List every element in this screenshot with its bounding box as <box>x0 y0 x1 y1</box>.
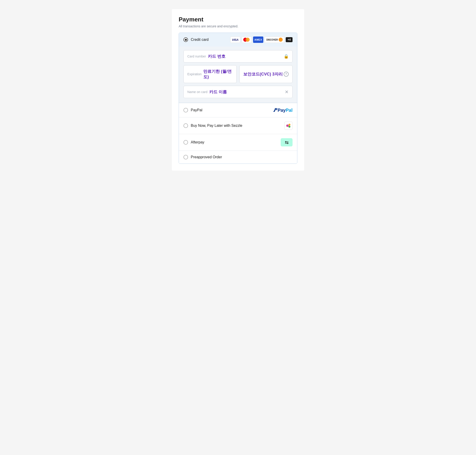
cvc-field[interactable]: 보안코드(CVC) 3자리 ? <box>239 65 293 83</box>
sezzle-logo <box>284 122 293 130</box>
afterpay-label: Afterpay <box>191 140 205 144</box>
expiration-value: 만료기한 (월/연도) <box>203 69 233 80</box>
name-value: 카드 이름 <box>209 89 227 95</box>
credit-card-section: Credit card VISA AMEX DISCOVER <box>179 33 297 103</box>
paypal-p-icon: 𝑷 <box>273 107 277 113</box>
sezzle-option-left: Buy Now, Pay Later with Sezzle <box>183 123 242 128</box>
discover-logo: DISCOVER <box>265 36 284 43</box>
paypal-option-left: PayPal <box>183 108 202 113</box>
sezzle-radio[interactable] <box>183 123 188 128</box>
expiration-label: Expiration <box>187 72 202 76</box>
svg-point-0 <box>286 124 289 127</box>
afterpay-logo: ⇄ <box>281 138 293 146</box>
paypal-logo: 𝑷 PayPal <box>273 107 293 113</box>
credit-card-radio[interactable] <box>183 37 188 42</box>
name-label: Name on card <box>187 90 207 94</box>
afterpay-radio[interactable] <box>183 140 188 145</box>
lock-icon: 🔒 <box>284 54 289 59</box>
expiration-field[interactable]: Expiration 만료기한 (월/연도) <box>183 65 237 83</box>
sezzle-option[interactable]: Buy Now, Pay Later with Sezzle <box>179 117 297 134</box>
card-form: Card number 카드 번호 🔒 Expiration 만료기한 (월/연… <box>179 47 297 103</box>
plus-badge: +4 <box>286 37 293 42</box>
cvc-content: 보안코드(CVC) 3자리 <box>243 71 284 77</box>
credit-card-header[interactable]: Credit card VISA AMEX DISCOVER <box>179 33 297 47</box>
credit-card-label: Credit card <box>191 38 209 42</box>
paypal-radio[interactable] <box>183 108 188 113</box>
cvc-help-icon[interactable]: ? <box>284 72 289 77</box>
svg-point-2 <box>288 126 290 128</box>
paypal-pal-text: Pal <box>286 108 293 113</box>
preapproved-radio[interactable] <box>183 155 188 159</box>
page-subtitle: All transactions are secure and encrypte… <box>179 24 297 28</box>
preapproved-label: Preapproved Order <box>191 155 222 159</box>
name-on-card-field[interactable]: Name on card 카드 이름 ✕ <box>183 86 293 98</box>
mastercard-logo <box>242 36 252 43</box>
card-number-value: 카드 번호 <box>208 54 225 59</box>
expiration-content: Expiration 만료기한 (월/연도) <box>187 69 233 80</box>
discover-text: DISCOVER <box>266 39 278 41</box>
afterpay-option-left: Afterpay <box>183 140 205 145</box>
payment-options-wrapper: Credit card VISA AMEX DISCOVER <box>179 32 297 164</box>
payment-container: Payment All transactions are secure and … <box>172 9 304 171</box>
paypal-label: PayPal <box>191 108 202 112</box>
mc-circle-right <box>246 38 250 42</box>
paypal-option[interactable]: PayPal 𝑷 PayPal <box>179 103 297 117</box>
paypal-pay-text: Pay <box>278 108 286 113</box>
expiry-cvc-row: Expiration 만료기한 (월/연도) 보안코드(CVC) 3자리 ? <box>183 65 293 83</box>
mc-circles <box>243 37 250 42</box>
card-number-content: Card number 카드 번호 <box>187 54 284 59</box>
name-clear-icon[interactable]: ✕ <box>285 89 289 95</box>
paypal-text: PayPal <box>278 108 293 113</box>
afterpay-option[interactable]: Afterpay ⇄ <box>179 134 297 151</box>
svg-point-1 <box>288 124 290 126</box>
discover-arc <box>279 38 283 42</box>
preapproved-option[interactable]: Preapproved Order <box>179 151 297 163</box>
cvc-value: 보안코드(CVC) 3자리 <box>243 71 283 77</box>
card-logos: VISA AMEX DISCOVER +4 <box>230 36 293 43</box>
card-number-label: Card number <box>187 55 206 58</box>
card-number-field[interactable]: Card number 카드 번호 🔒 <box>183 50 293 63</box>
name-content: Name on card 카드 이름 <box>187 89 285 95</box>
visa-logo: VISA <box>230 36 240 43</box>
amex-logo: AMEX <box>253 36 263 43</box>
afterpay-arrows-icon: ⇄ <box>285 139 289 145</box>
sezzle-label: Buy Now, Pay Later with Sezzle <box>191 124 242 128</box>
preapproved-option-left: Preapproved Order <box>183 155 222 159</box>
sezzle-icon-svg <box>286 123 291 129</box>
credit-card-option-left: Credit card <box>183 37 209 42</box>
page-title: Payment <box>179 16 297 23</box>
